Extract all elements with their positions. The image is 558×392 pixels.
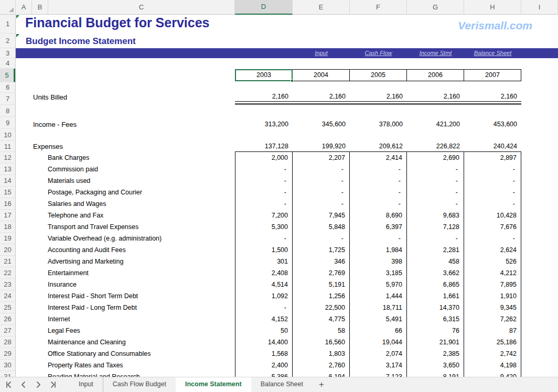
previous-sheet-icon[interactable] (20, 381, 27, 388)
cell-E27[interactable]: 58 (293, 325, 350, 336)
cell-D21[interactable]: 301 (235, 256, 293, 267)
cell-H29[interactable]: 2,742 (464, 348, 521, 360)
cell-F20[interactable]: 1,984 (350, 244, 407, 256)
cell-D16[interactable]: - (235, 198, 293, 210)
cell-D29[interactable]: 1,568 (235, 348, 293, 360)
link-cash-flow[interactable]: Cash Flow (350, 48, 407, 58)
cell-C25[interactable]: Interest Paid - Long Term Debt (48, 302, 137, 313)
last-sheet-icon[interactable] (49, 381, 57, 388)
cell-G25[interactable]: 14,370 (407, 302, 464, 313)
cell-H31[interactable]: 9,420 (464, 371, 521, 377)
cell-D24[interactable]: 1,092 (235, 290, 293, 302)
cell-D27[interactable]: 50 (235, 325, 293, 336)
row-header-9[interactable]: 9 (0, 117, 15, 129)
cell-E30[interactable]: 2,760 (293, 360, 350, 371)
cell-F31[interactable]: 7,123 (350, 371, 407, 377)
column-header-I[interactable]: I (521, 0, 558, 15)
cell-H18[interactable]: 7,676 (464, 221, 521, 233)
cell-G16[interactable]: - (407, 198, 464, 210)
cell-G14[interactable]: - (407, 175, 464, 187)
row-header-15[interactable]: 15 (0, 187, 15, 198)
cell-D25[interactable]: - (235, 302, 293, 313)
cell-H28[interactable]: 25,186 (464, 336, 521, 348)
cell-F21[interactable]: 398 (350, 256, 407, 267)
cell-D11[interactable]: 137,128 (235, 141, 293, 151)
cell-F17[interactable]: 8,690 (350, 210, 407, 221)
link-income-stmt[interactable]: Income Stmt (407, 48, 464, 58)
cell-E21[interactable]: 346 (293, 256, 350, 267)
cell-F25[interactable]: 18,711 (350, 302, 407, 313)
cell-D9[interactable]: 313,200 (235, 119, 293, 129)
cell-D14[interactable]: - (235, 175, 293, 187)
cell-E5[interactable]: 2004 (292, 69, 350, 81)
cell-D28[interactable]: 14,400 (235, 336, 293, 348)
cell-H5[interactable]: 2007 (464, 69, 521, 81)
row-header-20[interactable]: 20 (0, 244, 15, 256)
cell-E7[interactable]: 2,160 (293, 92, 350, 101)
cell-G24[interactable]: 1,661 (407, 290, 464, 302)
cell-C14[interactable]: Materials used (48, 175, 90, 187)
cell-E15[interactable]: - (293, 187, 350, 198)
cell-D12[interactable]: 2,000 (235, 152, 293, 164)
link-input[interactable]: Input (293, 48, 350, 58)
cell-E9[interactable]: 345,600 (293, 119, 350, 129)
cell-H25[interactable]: 9,345 (464, 302, 521, 313)
row-header-27[interactable]: 27 (0, 325, 15, 336)
cell-E22[interactable]: 2,769 (293, 267, 350, 279)
cell-F24[interactable]: 1,444 (350, 290, 407, 302)
cell-E28[interactable]: 16,560 (293, 336, 350, 348)
cell-E29[interactable]: 1,803 (293, 348, 350, 360)
row-header-12[interactable]: 12 (0, 152, 15, 164)
cell-F29[interactable]: 2,074 (350, 348, 407, 360)
page-title[interactable]: Financial Budget for Services (25, 15, 210, 30)
cell-C15[interactable]: Postage, Packaging and Courier (48, 187, 142, 198)
cell-H24[interactable]: 1,910 (464, 290, 521, 302)
column-header-D[interactable]: D (235, 0, 293, 15)
cell-H26[interactable]: 7,262 (464, 313, 521, 325)
link-balance-sheet[interactable]: Balance Sheet (464, 48, 521, 58)
cell-C30[interactable]: Property Rates and Taxes (48, 360, 123, 371)
row-header-7[interactable]: 7 (0, 93, 15, 105)
first-sheet-icon[interactable] (5, 381, 13, 388)
cell-E23[interactable]: 5,191 (293, 279, 350, 290)
row-header-4[interactable]: 4 (0, 58, 15, 69)
cell-G20[interactable]: 2,281 (407, 244, 464, 256)
cell-G30[interactable]: 3,650 (407, 360, 464, 371)
row-header-31[interactable]: 31 (0, 371, 15, 377)
row-header-22[interactable]: 22 (0, 267, 15, 279)
cell-C22[interactable]: Entertainment (48, 267, 89, 279)
cell-E24[interactable]: 1,256 (293, 290, 350, 302)
row-header-18[interactable]: 18 (0, 221, 15, 233)
cell-H17[interactable]: 10,428 (464, 210, 521, 221)
tab-income-statement[interactable]: Income Statement (176, 377, 251, 392)
cell-E14[interactable]: - (293, 175, 350, 187)
cell-G9[interactable]: 421,200 (407, 119, 464, 129)
tab-balance-sheet[interactable]: Balance Sheet (251, 377, 313, 392)
cell-D23[interactable]: 4,514 (235, 279, 293, 290)
cell-C27[interactable]: Legal Fees (48, 325, 80, 336)
cell-D15[interactable]: - (235, 187, 293, 198)
row-header-11[interactable]: 11 (0, 141, 15, 152)
cell-H22[interactable]: 4,212 (464, 267, 521, 279)
page-subtitle[interactable]: Budget Income Statement (26, 36, 136, 47)
cell-G29[interactable]: 2,385 (407, 348, 464, 360)
cell-D19[interactable]: - (235, 233, 293, 244)
cell-C11[interactable]: Expenses (33, 142, 63, 151)
cell-C19[interactable]: Variable Overhead (e.g. administration) (48, 233, 162, 244)
row-header-3[interactable]: 3 (0, 48, 15, 58)
cell-G11[interactable]: 226,822 (407, 141, 464, 151)
row-header-1[interactable]: 1 (0, 15, 15, 34)
row-header-10[interactable]: 10 (0, 129, 15, 141)
cell-D5[interactable]: 2003 (235, 69, 293, 81)
row-header-29[interactable]: 29 (0, 348, 15, 360)
cell-H27[interactable]: 87 (464, 325, 521, 336)
cell-F11[interactable]: 209,612 (350, 141, 407, 151)
row-header-26[interactable]: 26 (0, 313, 15, 325)
tab-input[interactable]: Input (69, 377, 103, 392)
row-header-5[interactable]: 5 (0, 69, 15, 82)
next-sheet-icon[interactable] (35, 381, 42, 388)
cell-D20[interactable]: 1,500 (235, 244, 293, 256)
column-header-F[interactable]: F (350, 0, 407, 15)
row-header-17[interactable]: 17 (0, 210, 15, 221)
column-header-G[interactable]: G (407, 0, 464, 15)
